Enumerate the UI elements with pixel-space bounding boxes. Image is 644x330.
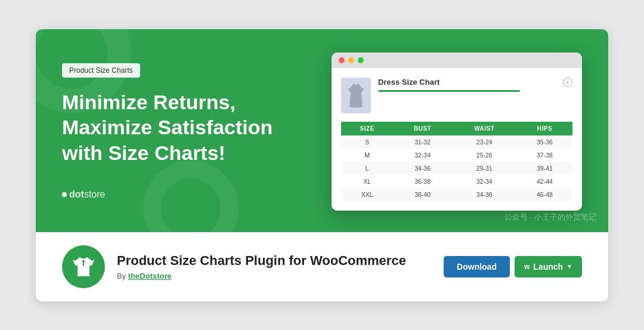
- size-table-header-row: SIZE BUST WAIST HIPS: [341, 122, 572, 135]
- dress-svg: [348, 84, 364, 107]
- banner-section: Product Size Charts Minimize Returns,Max…: [36, 29, 608, 232]
- chart-underline: [378, 90, 520, 92]
- chart-title-area: Dress Size Chart: [378, 78, 556, 92]
- col-bust: BUST: [393, 122, 451, 135]
- by-label: By: [117, 272, 126, 280]
- plugin-card: Product Size Charts Minimize Returns,Max…: [36, 29, 608, 301]
- woo-icon: w: [524, 263, 530, 271]
- plugin-icon-svg: [72, 255, 95, 279]
- product-badge: Product Size Charts: [62, 63, 140, 78]
- bottom-section: Product Size Charts Plugin for WooCommer…: [36, 232, 608, 301]
- col-waist: WAIST: [452, 122, 517, 135]
- col-hips: HIPS: [517, 122, 572, 135]
- size-table-body: S31-3223-2435-36 M32-3425-2637-38 L34-36…: [341, 135, 572, 201]
- browser-content: Dress Size Chart × SIZE BUST WAIST HIPS: [332, 68, 582, 211]
- banner-title: Minimize Returns,Maximize Satisfactionwi…: [62, 90, 320, 166]
- chart-title: Dress Size Chart: [378, 78, 556, 87]
- watermark: 公众号 · 小王子的外贸笔记: [504, 212, 596, 223]
- svg-marker-2: [72, 270, 74, 273]
- dotstore-logo: dotstore: [62, 189, 320, 200]
- browser-dot-yellow: [348, 57, 354, 63]
- table-row: XL36-3832-3442-44: [341, 175, 572, 188]
- logo-dot: [62, 192, 67, 197]
- dress-icon: [341, 78, 371, 113]
- chevron-down-icon: ▼: [566, 263, 572, 270]
- browser-dot-red: [339, 57, 345, 63]
- plugin-by: By theDotstore: [117, 272, 432, 280]
- action-buttons: Download w Launch ▼: [444, 256, 582, 277]
- plugin-name: Product Size Charts Plugin for WooCommer…: [117, 252, 432, 270]
- browser-mockup: Dress Size Chart × SIZE BUST WAIST HIPS: [332, 53, 582, 211]
- download-button[interactable]: Download: [444, 256, 510, 277]
- table-row: L34-3629-3139-41: [341, 162, 572, 175]
- launch-button[interactable]: w Launch ▼: [515, 256, 582, 277]
- browser-bar: [332, 53, 582, 68]
- table-row: M32-3425-2637-38: [341, 149, 572, 162]
- close-button[interactable]: ×: [563, 78, 572, 87]
- col-size: SIZE: [341, 122, 393, 135]
- table-row: S31-3223-2435-36: [341, 135, 572, 149]
- size-chart-header: Dress Size Chart ×: [341, 78, 572, 113]
- size-table: SIZE BUST WAIST HIPS S31-3223-2435-36 M3…: [341, 122, 572, 201]
- svg-marker-3: [93, 270, 95, 273]
- size-table-head: SIZE BUST WAIST HIPS: [341, 122, 572, 135]
- plugin-info: Product Size Charts Plugin for WooCommer…: [117, 252, 432, 281]
- banner-left: Product Size Charts Minimize Returns,Max…: [62, 63, 320, 201]
- author-link[interactable]: theDotstore: [128, 272, 172, 280]
- browser-dot-green: [358, 57, 364, 63]
- plugin-icon: [62, 245, 105, 288]
- launch-label: Launch: [533, 262, 563, 272]
- table-row: XXL38-4034-3646-48: [341, 188, 572, 201]
- logo-text: dotstore: [69, 189, 105, 200]
